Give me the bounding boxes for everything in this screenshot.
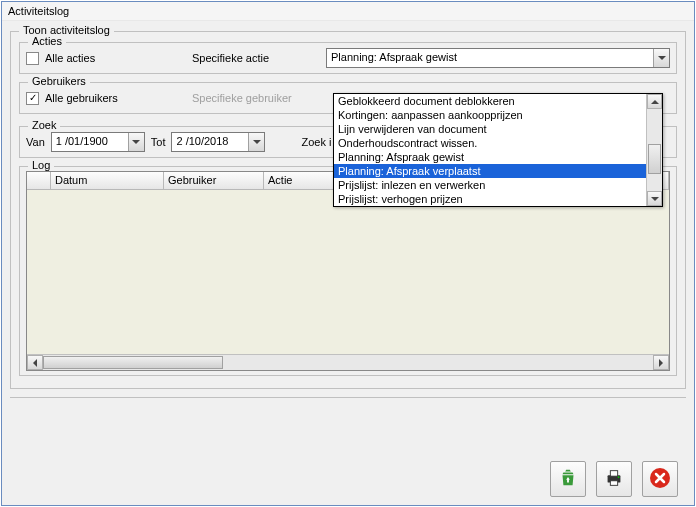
recycle-button[interactable] xyxy=(550,461,586,497)
dropdown-option[interactable]: Prijslijst: verhogen prijzen xyxy=(334,192,646,206)
specific-action-dropdown[interactable]: Geblokkeerd document deblokkerenKortinge… xyxy=(333,93,663,207)
all-actions-checkbox[interactable] xyxy=(26,52,39,65)
window-title: Activiteitslog xyxy=(2,2,694,21)
scroll-up-icon[interactable] xyxy=(647,94,662,109)
actions-group: Acties Alle acties Specifieke actie Plan… xyxy=(19,42,677,74)
dropdown-option[interactable]: Planning: Afspraak verplaatst xyxy=(334,164,646,178)
chevron-down-icon[interactable] xyxy=(128,133,144,151)
dropdown-option[interactable]: Kortingen: aanpassen aankoopprijzen xyxy=(334,108,646,122)
activity-log-window: Activiteitslog Toon activiteitslog Actie… xyxy=(1,1,695,506)
svg-rect-1 xyxy=(610,471,617,477)
row-header-spacer xyxy=(27,172,51,190)
footer-toolbar xyxy=(550,461,678,497)
printer-icon xyxy=(602,467,626,491)
search-legend: Zoek xyxy=(28,119,60,131)
users-legend: Gebruikers xyxy=(28,75,90,87)
close-icon xyxy=(648,466,672,492)
to-date-value: 2 /10/2018 xyxy=(172,133,248,151)
specific-action-label: Specifieke actie xyxy=(192,52,320,64)
dropdown-option[interactable]: Planning: Afspraak gewist xyxy=(334,150,646,164)
from-label: Van xyxy=(26,136,45,148)
scroll-left-icon[interactable] xyxy=(27,355,43,370)
dropdown-option[interactable]: Lijn verwijderen van document xyxy=(334,122,646,136)
scroll-thumb[interactable] xyxy=(648,144,661,174)
all-users-label: Alle gebruikers xyxy=(45,92,118,104)
recycle-icon xyxy=(557,467,579,491)
print-button[interactable] xyxy=(596,461,632,497)
all-actions-label: Alle acties xyxy=(45,52,95,64)
from-date-picker[interactable]: 1 /01/1900 xyxy=(51,132,145,152)
chevron-down-icon[interactable] xyxy=(248,133,264,151)
show-activitylog-group: Toon activiteitslog Acties Alle acties S… xyxy=(10,31,686,389)
scroll-down-icon[interactable] xyxy=(647,191,662,206)
search-in-label: Zoek i xyxy=(301,136,331,148)
from-date-value: 1 /01/1900 xyxy=(52,133,128,151)
separator xyxy=(10,397,686,398)
close-button[interactable] xyxy=(642,461,678,497)
specific-user-label: Specifieke gebruiker xyxy=(192,92,320,104)
to-date-picker[interactable]: 2 /10/2018 xyxy=(171,132,265,152)
dropdown-option[interactable]: Geblokkeerd document deblokkeren xyxy=(334,94,646,108)
chevron-down-icon[interactable] xyxy=(653,49,669,67)
dropdown-scrollbar[interactable] xyxy=(646,94,662,206)
grid-body xyxy=(27,190,669,354)
specific-action-combo[interactable]: Planning: Afspraak gewist xyxy=(326,48,670,68)
col-date[interactable]: Datum xyxy=(51,172,164,190)
scroll-track[interactable] xyxy=(43,355,653,370)
grid-hscrollbar[interactable] xyxy=(27,354,669,370)
log-legend: Log xyxy=(28,159,54,171)
to-label: Tot xyxy=(151,136,166,148)
dropdown-option[interactable]: Onderhoudscontract wissen. xyxy=(334,136,646,150)
dropdown-option[interactable]: Prijslijst: inlezen en verwerken xyxy=(334,178,646,192)
scroll-right-icon[interactable] xyxy=(653,355,669,370)
col-user[interactable]: Gebruiker xyxy=(164,172,264,190)
svg-rect-2 xyxy=(610,481,617,486)
specific-action-value: Planning: Afspraak gewist xyxy=(327,49,653,67)
all-users-checkbox[interactable]: ✓ xyxy=(26,92,39,105)
svg-point-3 xyxy=(618,476,620,478)
scroll-thumb[interactable] xyxy=(43,356,223,369)
actions-legend: Acties xyxy=(28,35,66,47)
